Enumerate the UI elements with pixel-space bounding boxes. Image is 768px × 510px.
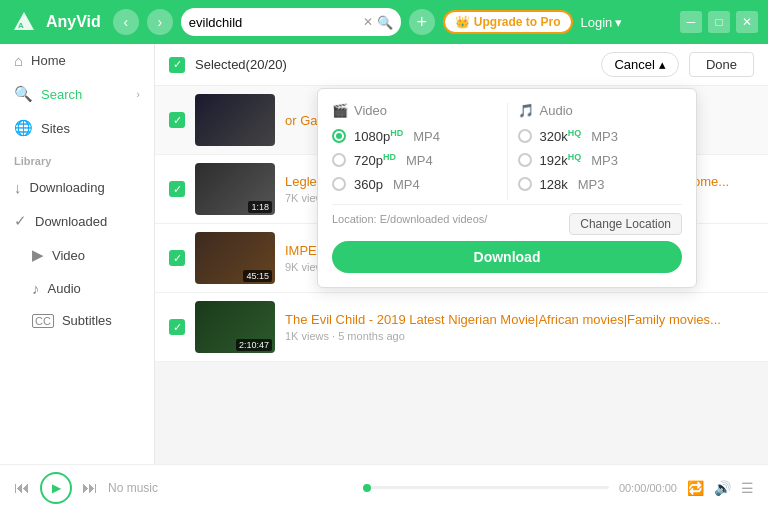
audio-icon: ♪: [32, 280, 40, 297]
selected-count-label: Selected(20/20): [195, 57, 591, 72]
radio-1080p[interactable]: [332, 129, 346, 143]
content-area: Selected(20/20) Cancel ▴ Done 🎬 Video 10…: [155, 44, 768, 464]
done-button[interactable]: Done: [689, 52, 754, 77]
playlist-button[interactable]: ☰: [741, 480, 754, 496]
item-checkbox[interactable]: [169, 112, 185, 128]
maximize-button[interactable]: □: [708, 11, 730, 33]
progress-dot: [363, 484, 371, 492]
player-bar: ⏮ ▶ ⏭ No music 00:00/00:00 🔁 🔊 ☰: [0, 464, 768, 510]
repeat-button[interactable]: 🔁: [687, 480, 704, 496]
video-duration: 1:18: [248, 201, 272, 213]
close-button[interactable]: ✕: [736, 11, 758, 33]
video-section-icon: 🎬: [332, 103, 348, 118]
quality-192k-option[interactable]: 192kHQ MP3: [518, 152, 683, 168]
chevron-up-icon: ▴: [659, 57, 666, 72]
app-logo: A: [10, 8, 38, 36]
svg-marker-0: [14, 12, 34, 30]
sidebar-item-audio[interactable]: ♪ Audio: [0, 272, 154, 305]
login-button[interactable]: Login ▾: [581, 15, 623, 30]
main-area: ⌂ Home 🔍 Search › 🌐 Sites Library ↓ Down…: [0, 44, 768, 464]
title-bar: A AnyVid ‹ › ✕ 🔍 + 👑 Upgrade to Pro Logi…: [0, 0, 768, 44]
radio-128k[interactable]: [518, 177, 532, 191]
thumbnail-image: [195, 94, 275, 146]
action-bar: Selected(20/20) Cancel ▴ Done: [155, 44, 768, 86]
select-all-checkbox[interactable]: [169, 57, 185, 73]
download-options-panel: 🎬 Video 1080pHD MP4 720pHD MP4: [317, 88, 697, 288]
search-icon[interactable]: 🔍: [377, 15, 393, 30]
subtitles-icon: CC: [32, 314, 54, 328]
nav-back-button[interactable]: ‹: [113, 9, 139, 35]
section-divider: [507, 103, 508, 200]
download-button[interactable]: Download: [332, 241, 682, 273]
quality-128k-option[interactable]: 128k MP3: [518, 177, 683, 192]
item-checkbox[interactable]: [169, 250, 185, 266]
upgrade-button[interactable]: 👑 Upgrade to Pro: [443, 10, 573, 34]
audio-section-icon: 🎵: [518, 103, 534, 118]
radio-720p[interactable]: [332, 153, 346, 167]
chevron-right-icon: ›: [136, 88, 140, 100]
now-playing-label: No music: [108, 481, 353, 495]
item-checkbox[interactable]: [169, 181, 185, 197]
video-thumbnail: 45:15: [195, 232, 275, 284]
player-time: 00:00/00:00: [619, 482, 677, 494]
search-input[interactable]: [189, 15, 359, 30]
sites-icon: 🌐: [14, 119, 33, 137]
table-row[interactable]: 2:10:47 The Evil Child - 2019 Latest Nig…: [155, 293, 768, 362]
window-controls: ─ □ ✕: [680, 11, 758, 33]
app-name: AnyVid: [46, 13, 101, 31]
radio-360p[interactable]: [332, 177, 346, 191]
video-meta: 1K views · 5 months ago: [285, 330, 754, 342]
video-info: The Evil Child - 2019 Latest Nigerian Mo…: [285, 312, 754, 342]
video-thumbnail: 1:18: [195, 163, 275, 215]
sidebar: ⌂ Home 🔍 Search › 🌐 Sites Library ↓ Down…: [0, 44, 155, 464]
next-button[interactable]: ⏭: [82, 479, 98, 497]
download-icon: ↓: [14, 179, 22, 196]
search-bar: ✕ 🔍: [181, 8, 401, 36]
location-bar: Location: E/downloaded videos/ Change Lo…: [332, 204, 682, 231]
add-tab-button[interactable]: +: [409, 9, 435, 35]
volume-button[interactable]: 🔊: [714, 480, 731, 496]
crown-icon: 👑: [455, 15, 470, 29]
quality-720p-option[interactable]: 720pHD MP4: [332, 152, 497, 168]
video-title: The Evil Child - 2019 Latest Nigerian Mo…: [285, 312, 754, 327]
change-location-button[interactable]: Change Location: [569, 213, 682, 235]
video-duration: 2:10:47: [236, 339, 272, 351]
library-label: Library: [0, 145, 154, 171]
quality-320k-option[interactable]: 320kHQ MP3: [518, 128, 683, 144]
sidebar-item-search[interactable]: 🔍 Search ›: [0, 77, 154, 111]
sidebar-item-video[interactable]: ▶ Video: [0, 238, 154, 272]
sidebar-item-downloaded[interactable]: ✓ Downloaded: [0, 204, 154, 238]
quality-360p-option[interactable]: 360p MP4: [332, 177, 497, 192]
audio-options-section: 🎵 Audio 320kHQ MP3 192kHQ MP3: [518, 103, 683, 200]
item-checkbox[interactable]: [169, 319, 185, 335]
search-icon: 🔍: [14, 85, 33, 103]
sidebar-item-home[interactable]: ⌂ Home: [0, 44, 154, 77]
video-duration: 45:15: [243, 270, 272, 282]
cancel-button[interactable]: Cancel ▴: [601, 52, 678, 77]
clear-search-icon[interactable]: ✕: [363, 15, 373, 29]
svg-text:A: A: [18, 21, 24, 30]
radio-320k[interactable]: [518, 129, 532, 143]
quality-1080p-option[interactable]: 1080pHD MP4: [332, 128, 497, 144]
minimize-button[interactable]: ─: [680, 11, 702, 33]
progress-bar[interactable]: [363, 486, 608, 489]
video-thumbnail: [195, 94, 275, 146]
video-options-section: 🎬 Video 1080pHD MP4 720pHD MP4: [332, 103, 497, 200]
previous-button[interactable]: ⏮: [14, 479, 30, 497]
downloaded-icon: ✓: [14, 212, 27, 230]
video-section-title: 🎬 Video: [332, 103, 497, 118]
sidebar-item-sites[interactable]: 🌐 Sites: [0, 111, 154, 145]
sidebar-item-subtitles[interactable]: CC Subtitles: [0, 305, 154, 336]
sidebar-item-downloading[interactable]: ↓ Downloading: [0, 171, 154, 204]
nav-forward-button[interactable]: ›: [147, 9, 173, 35]
chevron-down-icon: ▾: [615, 15, 622, 30]
video-icon: ▶: [32, 246, 44, 264]
home-icon: ⌂: [14, 52, 23, 69]
radio-192k[interactable]: [518, 153, 532, 167]
play-button[interactable]: ▶: [40, 472, 72, 504]
video-thumbnail: 2:10:47: [195, 301, 275, 353]
audio-section-title: 🎵 Audio: [518, 103, 683, 118]
